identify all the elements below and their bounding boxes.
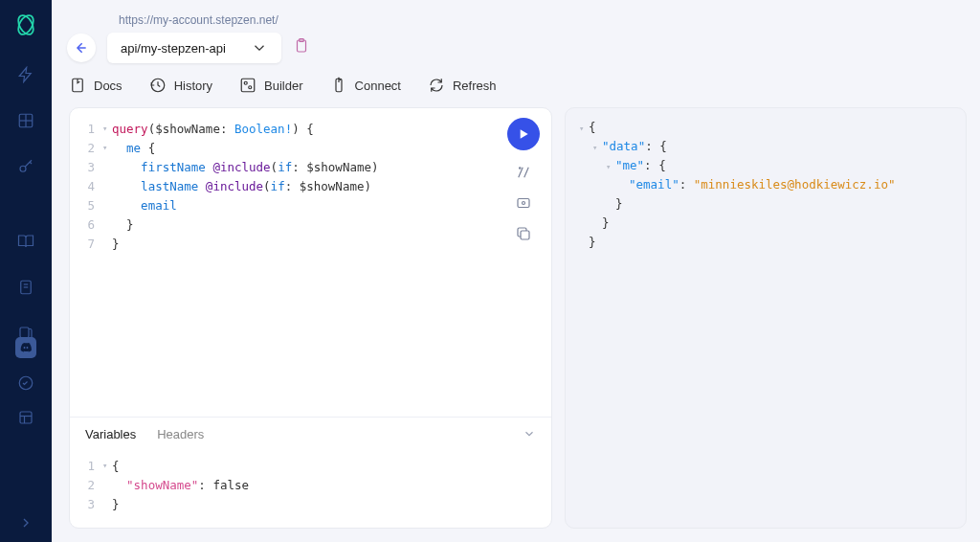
code-line: 5 email [83, 196, 538, 215]
code-line: 6 } [83, 215, 538, 235]
svg-point-20 [249, 86, 252, 89]
merge-icon[interactable] [515, 194, 532, 212]
svg-rect-11 [20, 412, 32, 423]
inbox-icon[interactable] [16, 373, 35, 393]
connect-button[interactable]: Connect [330, 77, 401, 94]
svg-rect-18 [241, 79, 255, 92]
lightning-icon[interactable] [16, 65, 35, 84]
document-icon[interactable] [16, 278, 35, 297]
svg-rect-9 [20, 327, 29, 338]
endpoint-label: api/my-stepzen-api [121, 41, 226, 56]
code-line: 1▾query($showName: Boolean!) { [83, 120, 538, 139]
query-editor[interactable]: 1▾query($showName: Boolean!) {2▾ me {3 f… [70, 108, 551, 417]
docs-button[interactable]: Docs [69, 77, 122, 94]
history-button[interactable]: History [149, 77, 212, 94]
chevron-right-icon[interactable] [0, 515, 52, 531]
code-line: 1▾{ [83, 457, 538, 476]
code-line: 3} [83, 495, 538, 514]
code-line: 7} [83, 235, 538, 254]
builder-button[interactable]: Builder [239, 77, 302, 94]
endpoint-url: https://my-account.stepzen.net/ [119, 13, 965, 27]
run-button[interactable] [507, 118, 540, 150]
chevron-down-icon [251, 39, 268, 56]
grid-icon[interactable] [16, 111, 35, 130]
code-line: 2 "showName": false [83, 476, 538, 495]
svg-point-5 [20, 166, 26, 171]
key-icon[interactable] [16, 157, 35, 176]
copy-query-icon[interactable] [515, 225, 532, 242]
clipboard-icon[interactable] [293, 37, 310, 58]
bottom-tabs: Variables Headers [70, 417, 551, 449]
discord-icon[interactable] [15, 337, 36, 358]
layout-icon[interactable] [16, 408, 35, 427]
tab-variables[interactable]: Variables [85, 427, 136, 441]
refresh-button[interactable]: Refresh [428, 77, 497, 94]
code-line: 4 lastName @include(if: $showName) [83, 177, 538, 196]
book-icon[interactable] [16, 232, 35, 251]
code-line: 3 firstName @include(if: $showName) [83, 158, 538, 177]
chevron-down-icon[interactable] [523, 427, 536, 443]
toolbar: Docs History Builder Connect Refresh [52, 63, 980, 107]
svg-point-1 [15, 12, 36, 36]
svg-marker-23 [521, 129, 528, 138]
tab-headers[interactable]: Headers [157, 427, 204, 441]
endpoint-select[interactable]: api/my-stepzen-api [107, 33, 281, 63]
back-button[interactable] [67, 34, 96, 62]
svg-rect-25 [518, 199, 529, 208]
svg-point-26 [523, 202, 525, 205]
svg-point-24 [520, 168, 522, 169]
variables-editor[interactable]: 1▾{2 "showName": false3} [70, 449, 551, 528]
response-panel: ▾{ ▾"data": { ▾"me": { "email": "minnies… [565, 107, 967, 529]
svg-point-19 [244, 81, 247, 84]
code-line: 2▾ me { [83, 139, 538, 158]
sidebar [0, 0, 52, 542]
svg-rect-27 [521, 231, 529, 239]
logo-icon[interactable] [12, 11, 39, 38]
prettify-icon[interactable] [515, 164, 532, 181]
query-panel: 1▾query($showName: Boolean!) {2▾ me {3 f… [69, 107, 552, 529]
